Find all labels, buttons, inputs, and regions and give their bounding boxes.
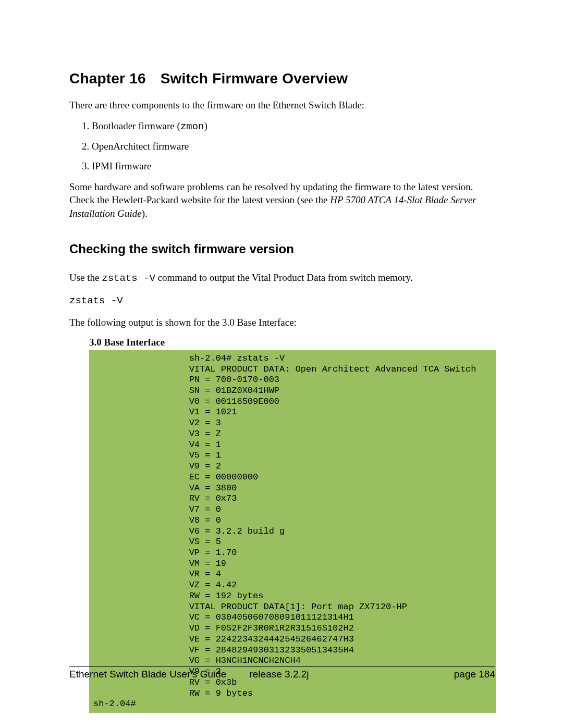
terminal-output: sh-2.04# zstats -V VITAL PRODUCT DATA: O…: [89, 350, 496, 713]
paragraph-text: Use the: [69, 272, 102, 283]
list-item-text: 1. Bootloader firmware (: [82, 120, 180, 131]
inline-code: zmon: [180, 121, 204, 132]
footer-doc-title: Ethernet Switch Blade User's Guide: [69, 669, 226, 680]
list-item-text: ): [204, 120, 207, 131]
footer-spacer: [309, 669, 454, 680]
list-item: 2. OpenArchitect firmware: [82, 140, 495, 153]
body-paragraph: Some hardware and software problems can …: [69, 180, 495, 220]
footer-page-number: page 184: [454, 669, 495, 680]
list-item: 3. IPMI firmware: [82, 159, 495, 173]
chapter-heading: Chapter 16Switch Firmware Overview: [69, 70, 495, 87]
inline-code: zstats -V: [102, 273, 155, 284]
firmware-component-list: 1. Bootloader firmware (zmon) 2. OpenArc…: [69, 119, 495, 173]
list-item: 1. Bootloader firmware (zmon): [82, 119, 495, 134]
chapter-number: Chapter 16: [69, 70, 146, 87]
paragraph-text: ).: [142, 208, 148, 219]
command-display: zstats -V: [69, 295, 495, 306]
page-footer: Ethernet Switch Blade User's Guide relea…: [69, 666, 495, 680]
footer-release: release 3.2.2j: [249, 669, 309, 680]
body-paragraph: The following output is shown for the 3.…: [69, 316, 495, 329]
document-page: Chapter 16Switch Firmware Overview There…: [0, 0, 563, 728]
intro-paragraph: There are three components to the firmwa…: [69, 98, 495, 112]
section-heading: Checking the switch firmware version: [69, 242, 495, 256]
subheading: 3.0 Base Interface: [89, 337, 495, 348]
paragraph-text: command to output the Vital Product Data…: [155, 272, 413, 283]
chapter-title: Switch Firmware Overview: [161, 70, 348, 87]
body-paragraph: Use the zstats -V command to output the …: [69, 271, 495, 286]
